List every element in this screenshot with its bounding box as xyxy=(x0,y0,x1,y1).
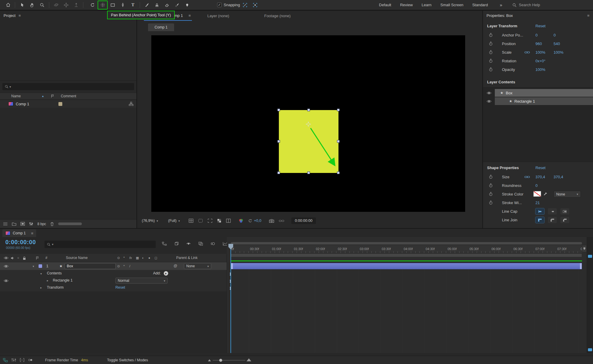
puppet-pin-tool-button[interactable] xyxy=(182,1,192,9)
orbit-camera-tool-button[interactable] xyxy=(51,1,61,9)
transform-reset-link[interactable]: Reset xyxy=(115,285,125,290)
trash-icon[interactable] xyxy=(50,222,54,226)
magnification-dropdown[interactable]: (76,9%)▾ xyxy=(142,219,158,223)
comp-selector-tab[interactable]: Comp 1 xyxy=(148,23,174,31)
flowchart-view-icon[interactable] xyxy=(3,358,8,362)
size-y-value[interactable]: 370,4 xyxy=(554,175,563,179)
line-join-bevel-button[interactable] xyxy=(560,217,569,223)
layer-duration-bar[interactable] xyxy=(231,263,582,269)
brush-tool-button[interactable] xyxy=(142,1,152,9)
stopwatch-icon[interactable] xyxy=(489,33,493,37)
chevron-down-icon[interactable]: ▾ xyxy=(40,272,42,275)
snap-to-features-icon[interactable] xyxy=(240,1,250,9)
selection-handle[interactable] xyxy=(307,171,310,174)
motion-blur-icon[interactable] xyxy=(211,242,215,246)
parent-link-dropdown[interactable]: None▾ xyxy=(184,263,211,269)
selection-handle[interactable] xyxy=(277,109,280,111)
line-join-round-button[interactable] xyxy=(548,217,557,223)
snapping-toggle[interactable]: ✓ Snapping xyxy=(217,3,240,7)
stopwatch-icon[interactable] xyxy=(489,67,493,71)
workspace-review[interactable]: Review xyxy=(400,3,413,7)
work-area-bar[interactable] xyxy=(231,253,582,257)
stopwatch-icon[interactable] xyxy=(489,183,493,187)
new-folder-icon[interactable] xyxy=(12,222,16,226)
layer-transform-reset[interactable]: Reset xyxy=(535,24,546,28)
label-color-chip[interactable] xyxy=(58,102,62,106)
type-tool-button[interactable]: T xyxy=(128,1,138,9)
rectangle-row[interactable]: ▸ Rectangle 1 Normal▾ xyxy=(0,277,227,284)
current-timecode[interactable]: 0:00:00:00 xyxy=(5,239,36,246)
home-button[interactable] xyxy=(3,1,13,9)
timeline-zoom-control[interactable] xyxy=(207,358,252,363)
composition-canvas[interactable] xyxy=(151,35,465,212)
selection-tool-button[interactable] xyxy=(17,1,27,9)
search-help-input[interactable] xyxy=(519,3,575,7)
shy-layers-icon[interactable] xyxy=(186,242,191,246)
stroke-width-value[interactable]: 21 xyxy=(535,201,540,205)
show-snapshot-icon[interactable] xyxy=(279,220,284,222)
pen-tool-button[interactable] xyxy=(118,1,128,9)
timeline-comp-tab[interactable]: Comp 1 ≡ xyxy=(2,229,36,237)
av-features-icon[interactable] xyxy=(28,358,33,362)
layer-contents-item-rectangle[interactable]: ★ Rectangle 1 xyxy=(483,97,593,105)
zoom-tool-button[interactable] xyxy=(37,1,47,9)
frame-blending-icon[interactable] xyxy=(198,242,203,246)
number-column-header[interactable]: # xyxy=(45,256,47,260)
comp-marker-bin[interactable] xyxy=(582,245,587,252)
list-view-icon[interactable] xyxy=(3,222,8,226)
workspace-overflow-button[interactable]: » xyxy=(500,2,502,7)
roto-brush-tool-button[interactable] xyxy=(172,1,182,9)
clone-stamp-tool-button[interactable] xyxy=(152,1,162,9)
stroke-color-swatch[interactable] xyxy=(533,191,541,197)
resolution-dropdown[interactable]: (Full)▾ xyxy=(168,219,180,223)
blend-mode-dropdown[interactable]: Normal▾ xyxy=(115,278,168,284)
eyedropper-icon[interactable] xyxy=(543,192,547,196)
rectangle-tool-button[interactable] xyxy=(108,1,118,9)
selection-handle[interactable] xyxy=(337,171,340,174)
layer-contents-item-box[interactable]: ★ Box xyxy=(483,89,593,97)
rotation-value[interactable]: 0x+0° xyxy=(535,59,546,63)
workspace-learn[interactable]: Learn xyxy=(422,3,431,7)
stopwatch-icon[interactable] xyxy=(489,50,493,54)
snapping-checkbox[interactable]: ✓ xyxy=(217,3,222,7)
eye-icon[interactable] xyxy=(487,100,492,103)
bit-depth-button[interactable]: 8 bpc xyxy=(37,222,46,226)
link-icon[interactable] xyxy=(524,51,530,54)
snapshot-camera-icon[interactable] xyxy=(269,219,274,223)
chevron-right-icon[interactable]: ▸ xyxy=(47,279,48,282)
position-x-value[interactable]: 960 xyxy=(535,42,542,46)
eraser-tool-button[interactable] xyxy=(162,1,172,9)
project-search-field[interactable]: ▾ xyxy=(2,83,134,90)
stopwatch-icon[interactable] xyxy=(489,201,493,205)
layer-switch-icon[interactable]: / xyxy=(129,264,130,268)
add-property-button[interactable]: ▸ xyxy=(164,271,168,276)
add-label[interactable]: Add: xyxy=(153,271,161,275)
shape-properties-reset[interactable]: Reset xyxy=(535,166,546,170)
region-of-interest-icon[interactable] xyxy=(208,219,212,223)
grid-guides-icon[interactable] xyxy=(189,219,193,223)
time-navigator-bar[interactable] xyxy=(231,242,582,244)
line-cap-projecting-button[interactable] xyxy=(560,208,569,214)
layer-row-box[interactable]: ▾ 1 ★ Box ⊙ * / @ None▾ xyxy=(0,262,227,270)
adjust-levels-icon[interactable] xyxy=(29,222,33,226)
workspace-standard[interactable]: Standard xyxy=(472,3,488,7)
viewer-timecode[interactable]: 0:00:00:00 xyxy=(291,217,316,224)
panel-menu-icon[interactable]: ≡ xyxy=(18,13,21,18)
footage-tab[interactable]: Footage (none) xyxy=(261,11,294,21)
pan-camera-tool-button[interactable] xyxy=(61,1,71,9)
project-panel-tab[interactable]: Project xyxy=(4,13,15,18)
name-column-header[interactable]: Name xyxy=(11,94,21,98)
line-join-miter-button[interactable] xyxy=(535,217,544,223)
new-composition-icon[interactable] xyxy=(20,222,25,226)
timeline-vertical-scrollbar[interactable] xyxy=(587,237,593,353)
transparency-grid-icon[interactable] xyxy=(217,219,221,223)
layer-name-field[interactable]: Box xyxy=(65,263,116,269)
chevron-down-icon[interactable]: ▾ xyxy=(33,265,34,268)
search-options-caret-icon[interactable]: ▾ xyxy=(9,85,11,88)
stopwatch-icon[interactable] xyxy=(489,192,493,196)
selection-handle[interactable] xyxy=(307,109,310,111)
timeline-track-background[interactable] xyxy=(227,262,587,353)
line-cap-round-button[interactable] xyxy=(548,208,557,214)
selection-handle[interactable] xyxy=(277,140,280,143)
time-ruler[interactable]: 0f 00:30f 01:00f 01:30f 02:00f 02:30f 03… xyxy=(231,245,582,253)
